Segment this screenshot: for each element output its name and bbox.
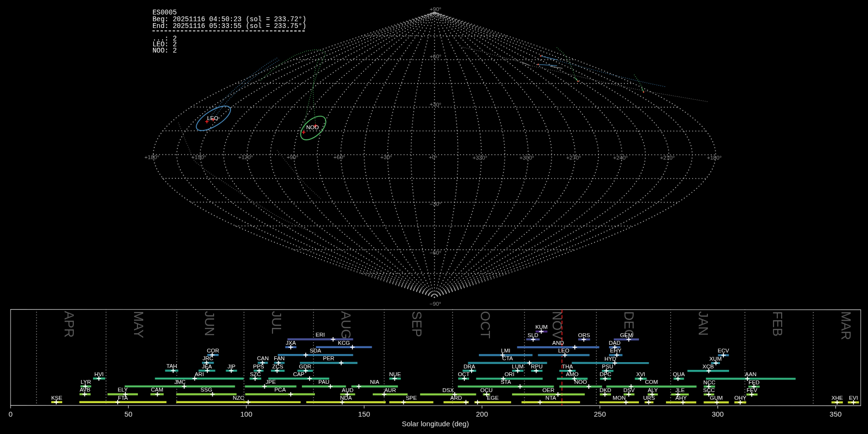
svg-text:OCU: OCU	[480, 387, 493, 393]
svg-text:DSV: DSV	[624, 387, 635, 393]
svg-text:HYD: HYD	[605, 356, 616, 362]
svg-text:JUN: JUN	[202, 311, 217, 337]
svg-text:End: 20251116 05:33:55 (sol =: End: 20251116 05:33:55 (sol = 233.75°)	[152, 22, 306, 30]
svg-text:NCC: NCC	[704, 380, 716, 385]
svg-text:ARI: ARI	[195, 371, 204, 377]
svg-text:−90°: −90°	[430, 301, 441, 307]
svg-text:EHY: EHY	[610, 348, 622, 353]
svg-text:ORI: ORI	[504, 371, 514, 377]
svg-text:+120°: +120°	[238, 154, 253, 160]
svg-text:MAR: MAR	[839, 311, 853, 340]
svg-text:JLE: JLE	[675, 387, 685, 393]
svg-text:ZCS: ZCS	[272, 364, 283, 369]
svg-text:STA: STA	[501, 379, 511, 385]
svg-text:NOO: 2: NOO: 2	[152, 47, 176, 54]
svg-text:LEO: LEO	[558, 348, 570, 353]
svg-text:JRC: JRC	[203, 355, 213, 361]
svg-text:APR: APR	[62, 311, 76, 338]
svg-text:DRA: DRA	[463, 364, 475, 369]
svg-text:+300°: +300°	[519, 155, 534, 161]
svg-text:AMO: AMO	[566, 371, 579, 377]
svg-text:PER: PER	[323, 355, 335, 361]
svg-text:AUD: AUD	[342, 387, 353, 393]
svg-text:+90°: +90°	[286, 154, 298, 160]
svg-text:XHE: XHE	[831, 395, 843, 401]
svg-text:DSX: DSX	[442, 387, 454, 393]
svg-text:Solar longitude (deg): Solar longitude (deg)	[402, 420, 469, 428]
svg-text:CAM: CAM	[151, 387, 163, 393]
svg-text:ARD: ARD	[450, 395, 462, 401]
svg-text:GDR: GDR	[299, 364, 312, 369]
svg-text:OER: OER	[542, 387, 555, 393]
svg-text:SLD: SLD	[528, 332, 538, 338]
svg-text:XCB: XCB	[703, 364, 714, 369]
svg-text:XUM: XUM	[709, 356, 722, 362]
svg-text:EVI: EVI	[849, 395, 858, 401]
svg-text:SSG: SSG	[201, 387, 212, 393]
svg-text:FEV: FEV	[746, 387, 758, 393]
svg-text:COR: COR	[207, 348, 219, 353]
svg-text:JPE: JPE	[266, 379, 276, 385]
svg-text:+30°: +30°	[430, 101, 441, 107]
svg-text:−30°: −30°	[430, 201, 441, 207]
svg-text:FEB: FEB	[770, 311, 785, 337]
svg-text:OHY: OHY	[734, 395, 746, 401]
svg-text:150: 150	[358, 410, 370, 418]
svg-text:AUR: AUR	[384, 387, 396, 393]
svg-text:DPC: DPC	[600, 371, 611, 377]
svg-text:+210°: +210°	[660, 155, 675, 161]
svg-text:JMC: JMC	[174, 379, 186, 385]
svg-text:+150°: +150°	[191, 154, 206, 160]
svg-text:AND: AND	[552, 340, 564, 346]
svg-text:FAN: FAN	[274, 355, 285, 361]
svg-text:AVB: AVB	[80, 387, 90, 393]
svg-text:JIP: JIP	[228, 364, 236, 369]
svg-text:KSE: KSE	[51, 395, 62, 401]
svg-text:CTA: CTA	[502, 355, 513, 361]
svg-text:LYR: LYR	[81, 379, 91, 385]
svg-text:THA: THA	[562, 364, 573, 369]
svg-text:NDA: NDA	[340, 395, 352, 401]
svg-text:+180°: +180°	[145, 154, 160, 160]
svg-text:+330°: +330°	[473, 155, 488, 161]
svg-text:ECV: ECV	[718, 348, 729, 353]
svg-text:NOO: NOO	[574, 379, 587, 385]
svg-text:TAH: TAH	[166, 363, 177, 369]
svg-text:LUM: LUM	[512, 364, 524, 369]
svg-text:CAN: CAN	[257, 355, 269, 361]
svg-text:DAD: DAD	[609, 340, 621, 346]
svg-text:+60°: +60°	[430, 54, 441, 59]
svg-text:FED: FED	[748, 380, 760, 385]
svg-text:ALY: ALY	[648, 387, 658, 393]
svg-text:PCA: PCA	[274, 387, 286, 393]
svg-text:350: 350	[829, 410, 841, 418]
svg-text:COM: COM	[645, 379, 658, 385]
svg-text:KUM: KUM	[535, 324, 548, 330]
svg-text:SZC: SZC	[250, 371, 261, 377]
svg-text:MON: MON	[613, 395, 626, 401]
svg-text:NIA: NIA	[370, 379, 380, 385]
svg-text:100: 100	[240, 410, 252, 418]
svg-text:ORS: ORS	[578, 332, 590, 338]
svg-text:CAP: CAP	[293, 371, 305, 377]
svg-text:+90°: +90°	[430, 6, 441, 12]
svg-text:PSU: PSU	[602, 364, 613, 369]
svg-text:SCC: SCC	[703, 387, 715, 393]
svg-text:URS: URS	[643, 395, 655, 401]
svg-text:SPE: SPE	[406, 395, 417, 401]
svg-text:XVI: XVI	[636, 371, 645, 377]
svg-text:EGE: EGE	[487, 395, 499, 401]
svg-text:RPU: RPU	[531, 364, 542, 369]
svg-text:OCT: OCT	[478, 311, 492, 339]
svg-text:ERI: ERI	[316, 332, 325, 338]
svg-text:+60°: +60°	[334, 154, 345, 160]
svg-text:AAN: AAN	[745, 371, 757, 377]
svg-text:NZC: NZC	[233, 395, 244, 401]
svg-text:250: 250	[594, 410, 606, 418]
svg-text:+30°: +30°	[380, 154, 392, 160]
svg-text:NTA: NTA	[545, 395, 556, 401]
svg-text:PAU: PAU	[318, 379, 329, 385]
svg-text:50: 50	[124, 410, 133, 418]
svg-text:JUL: JUL	[269, 311, 284, 334]
svg-text:OCT: OCT	[458, 371, 469, 377]
